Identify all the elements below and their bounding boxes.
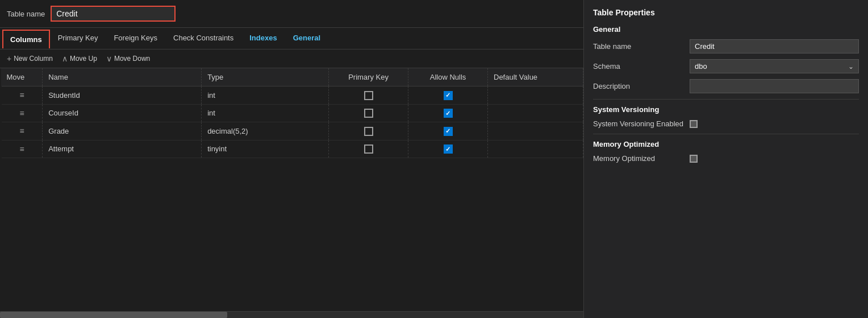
move-cell: ≡ [1,122,43,141]
divider-2 [593,134,859,134]
horizontal-scrollbar[interactable] [0,311,583,318]
table-row: ≡ StudentId int [1,86,583,105]
default-cell [488,122,583,141]
table-name-prop-label: Table name [593,42,684,51]
system-versioning-section-label: System Versioning [593,105,859,114]
header-primary-key: Primary Key [329,68,408,86]
tab-general[interactable]: General [285,28,328,49]
header-default-value: Default Value [488,68,583,86]
move-cell: ≡ [1,104,43,122]
schema-prop-row: Schema dbo ⌄ [593,59,859,73]
move-cell: ≡ [1,140,43,158]
memory-optimized-prop-row: Memory Optimized [593,154,859,163]
toolbar: + New Column ∧ Move Up ∨ Move Down [0,49,583,68]
system-versioning-prop-row: System Versioning Enabled [593,119,859,128]
memory-optimized-checkbox[interactable] [690,155,698,163]
name-cell: Grade [43,122,202,141]
nulls-cell[interactable] [408,122,488,141]
table-header-row: Move Name Type Primary Key Allow Nulls [1,68,583,86]
schema-value: dbo [695,62,846,71]
move-up-button[interactable]: ∧ Move Up [62,54,97,63]
tab-foreign-keys[interactable]: Foreign Keys [106,28,165,49]
header-name: Name [43,68,202,86]
default-cell [488,140,583,158]
description-prop-input[interactable] [690,79,859,93]
nulls-checkbox[interactable] [444,91,453,100]
type-cell: int [202,104,329,122]
table-name-label: Table name [7,10,45,18]
arrow-down-icon: ∨ [106,54,112,63]
pk-cell[interactable] [329,140,408,158]
description-prop-row: Description [593,79,859,93]
table-name-row: Table name [0,0,583,28]
columns-table: Move Name Type Primary Key Allow Nulls [0,68,583,158]
name-cell: StudentId [43,86,202,105]
schema-dropdown-arrow: ⌄ [848,63,854,71]
pk-checkbox[interactable] [364,91,373,100]
arrow-up-icon: ∧ [62,54,68,63]
header-move: Move [1,68,43,86]
table-row: ≡ Attempt tinyint [1,140,583,158]
nulls-cell[interactable] [408,104,488,122]
system-versioning-prop-label: System Versioning Enabled [593,119,684,128]
divider-1 [593,99,859,100]
tab-columns[interactable]: Columns [2,30,50,48]
memory-optimized-prop-label: Memory Optimized [593,154,684,163]
scrollbar-thumb[interactable] [0,312,227,318]
columns-table-container: Move Name Type Primary Key Allow Nulls [0,68,583,311]
table-row: ≡ Grade decimal(5,2) [1,122,583,141]
tab-indexes[interactable]: Indexes [241,28,285,49]
header-type: Type [202,68,329,86]
table-name-prop-input[interactable] [690,39,859,53]
right-panel: Table Properties General Table name Sche… [584,0,868,318]
general-section-label: General [593,25,859,34]
type-cell: int [202,86,329,105]
name-cell: CourseId [43,104,202,122]
move-down-button[interactable]: ∨ Move Down [106,54,150,63]
nulls-checkbox[interactable] [444,127,453,136]
pk-checkbox[interactable] [364,127,373,136]
name-cell: Attempt [43,140,202,158]
schema-select[interactable]: dbo ⌄ [690,59,859,73]
table-name-prop-row: Table name [593,39,859,53]
nulls-cell[interactable] [408,86,488,105]
table-row: ≡ CourseId int [1,104,583,122]
nulls-checkbox[interactable] [444,144,453,154]
pk-cell[interactable] [329,104,408,122]
nulls-checkbox[interactable] [444,109,453,118]
new-column-button[interactable]: + New Column [7,54,53,63]
pk-cell[interactable] [329,86,408,105]
header-allow-nulls: Allow Nulls [408,68,488,86]
schema-prop-label: Schema [593,62,684,71]
table-name-input[interactable] [51,6,176,22]
type-cell: decimal(5,2) [202,122,329,141]
scrollbar-track [0,312,583,318]
nulls-cell[interactable] [408,140,488,158]
move-cell: ≡ [1,86,43,105]
description-prop-label: Description [593,82,684,90]
tab-primary-key[interactable]: Primary Key [50,28,106,49]
type-cell: tinyint [202,140,329,158]
default-cell [488,86,583,105]
tab-check-constraints[interactable]: Check Constraints [165,28,241,49]
pk-cell[interactable] [329,122,408,141]
default-cell [488,104,583,122]
right-panel-title: Table Properties [593,8,859,17]
memory-optimized-section-label: Memory Optimized [593,140,859,148]
system-versioning-checkbox[interactable] [690,120,698,128]
pk-checkbox[interactable] [364,144,373,154]
tabs-row: Columns Primary Key Foreign Keys Check C… [0,28,583,49]
left-panel: Table name Columns Primary Key Foreign K… [0,0,584,318]
pk-checkbox[interactable] [364,109,373,118]
plus-icon: + [7,54,11,63]
